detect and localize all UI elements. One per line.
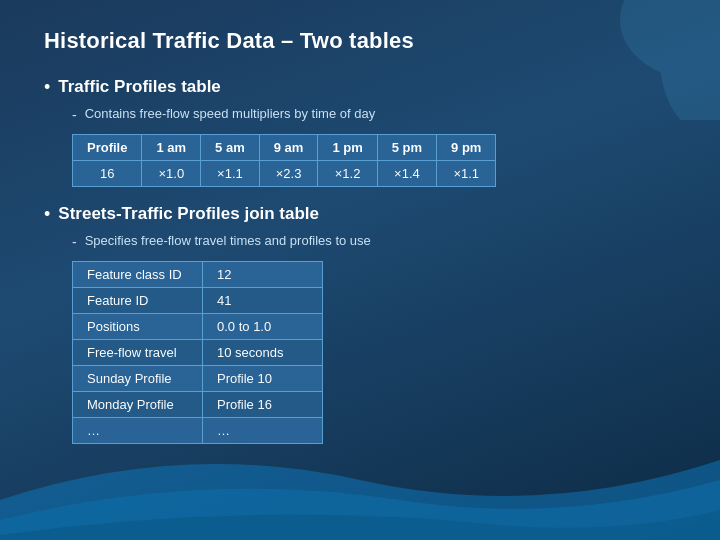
join-cell-label: … [73,417,203,443]
join-cell-label: Free-flow travel [73,339,203,365]
table-row: Monday ProfileProfile 16 [73,391,323,417]
table-row: Sunday ProfileProfile 10 [73,365,323,391]
join-cell-value: 0.0 to 1.0 [203,313,323,339]
col-header-1am: 1 am [142,134,201,160]
bullet-streets-traffic: • Streets-Traffic Profiles join table [44,203,676,226]
bullet-dot-2: • [44,203,50,226]
streets-traffic-label: Streets-Traffic Profiles join table [58,203,319,225]
section-streets-traffic: • Streets-Traffic Profiles join table - … [44,203,676,444]
join-cell-value: 12 [203,261,323,287]
join-cell-value: 10 seconds [203,339,323,365]
sub-bullet-specifies: - Specifies free-flow travel times and p… [72,232,676,253]
col-header-5am: 5 am [201,134,260,160]
sub-dash-1: - [72,106,77,126]
join-cell-value: Profile 16 [203,391,323,417]
join-cell-label: Feature ID [73,287,203,313]
table-row: Positions0.0 to 1.0 [73,313,323,339]
col-header-9pm: 9 pm [437,134,496,160]
join-cell-label: Monday Profile [73,391,203,417]
cell-1pm-val: ×1.2 [318,160,377,186]
sub-dash-2: - [72,233,77,253]
table-row: Free-flow travel10 seconds [73,339,323,365]
bullet-traffic-profiles: • Traffic Profiles table [44,76,676,99]
join-cell-label: Positions [73,313,203,339]
bullet-dot-1: • [44,76,50,99]
slide-content: Historical Traffic Data – Two tables • T… [0,0,720,480]
cell-5am-val: ×1.1 [201,160,260,186]
table-row: 16 ×1.0 ×1.1 ×2.3 ×1.2 ×1.4 ×1.1 [73,160,496,186]
sub-text-free-flow: Contains free-flow speed multipliers by … [85,105,375,123]
section-traffic-profiles: • Traffic Profiles table - Contains free… [44,76,676,187]
join-cell-value: 41 [203,287,323,313]
traffic-profiles-label: Traffic Profiles table [58,76,221,98]
cell-9am-val: ×2.3 [259,160,318,186]
col-header-1pm: 1 pm [318,134,377,160]
join-cell-label: Sunday Profile [73,365,203,391]
cell-9pm-val: ×1.1 [437,160,496,186]
table-row: Feature ID41 [73,287,323,313]
sub-bullet-free-flow: - Contains free-flow speed multipliers b… [72,105,676,126]
slide-background: Historical Traffic Data – Two tables • T… [0,0,720,540]
col-header-profile: Profile [73,134,142,160]
join-cell-value: Profile 10 [203,365,323,391]
join-cell-value: … [203,417,323,443]
col-header-9am: 9 am [259,134,318,160]
col-header-5pm: 5 pm [377,134,436,160]
join-table: Feature class ID12Feature ID41Positions0… [72,261,323,444]
cell-profile-id: 16 [73,160,142,186]
sub-text-specifies: Specifies free-flow travel times and pro… [85,232,371,250]
profile-table: Profile 1 am 5 am 9 am 1 pm 5 pm 9 pm 16… [72,134,496,187]
table-row: …… [73,417,323,443]
table-row: Feature class ID12 [73,261,323,287]
join-cell-label: Feature class ID [73,261,203,287]
cell-1am-val: ×1.0 [142,160,201,186]
slide-title: Historical Traffic Data – Two tables [44,28,676,54]
cell-5pm-val: ×1.4 [377,160,436,186]
